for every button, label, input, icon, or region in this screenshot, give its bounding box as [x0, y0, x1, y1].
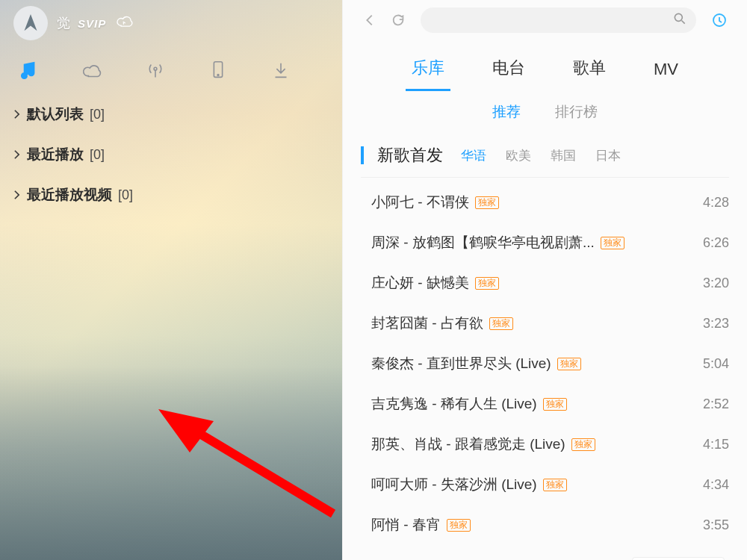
new-songs-section: 新歌首发 华语 欧美 韩国 日本 小阿七 - 不谓侠独家4:28周深 - 放鹤图…	[343, 137, 747, 560]
exclusive-badge: 独家	[571, 438, 595, 451]
chevron-right-icon	[13, 190, 22, 199]
song-duration: 4:34	[684, 477, 729, 493]
user-header: 觉 SVIP	[0, 0, 342, 45]
subtab-ranking[interactable]: 排行榜	[555, 102, 598, 122]
song-title: 秦俊杰 - 直到世界尽头 (Live)独家	[371, 354, 684, 373]
sidebar-item-count: [0]	[90, 147, 105, 163]
sidebar-item-count: [0]	[90, 107, 105, 122]
song-row[interactable]: 那英、肖战 - 跟着感觉走 (Live)独家4:15	[361, 424, 729, 464]
song-title: 小阿七 - 不谓侠独家	[371, 193, 684, 212]
annotation-arrow	[146, 387, 341, 521]
cloud-icon[interactable]	[79, 57, 106, 84]
tab-library[interactable]: 乐库	[409, 49, 447, 91]
sidebar-item-default[interactable]: 默认列表 [0]	[0, 94, 342, 134]
sidebar-item-label: 最近播放	[27, 145, 84, 164]
song-duration: 4:28	[684, 195, 729, 211]
chevron-right-icon	[13, 110, 22, 119]
filter-japanese[interactable]: 日本	[595, 147, 621, 164]
song-title: 庄心妍 - 缺憾美独家	[371, 273, 684, 293]
song-duration: 5:04	[684, 356, 729, 372]
music-icon[interactable]	[16, 57, 43, 84]
exclusive-badge: 独家	[557, 358, 581, 370]
tab-radio[interactable]: 电台	[489, 49, 528, 91]
toolbar	[343, 0, 747, 40]
back-icon[interactable]	[359, 10, 380, 31]
download-icon[interactable]	[267, 57, 294, 84]
exclusive-badge: 独家	[543, 479, 567, 491]
user-name[interactable]: 觉	[57, 14, 70, 32]
song-duration: 3:23	[684, 316, 729, 332]
exclusive-badge: 独家	[475, 277, 499, 290]
song-title: 呵呵大师 - 失落沙洲 (Live)独家	[371, 475, 684, 494]
song-duration: 3:20	[684, 276, 729, 291]
song-row[interactable]: 庄心妍 - 缺憾美独家3:20	[361, 263, 729, 303]
svg-line-3	[184, 424, 333, 514]
song-duration: 6:26	[684, 235, 729, 251]
pager: 1/3 全部播放	[361, 545, 729, 560]
svg-point-0	[154, 67, 157, 70]
sidebar-item-label: 默认列表	[27, 105, 84, 124]
song-row[interactable]: 吉克隽逸 - 稀有人生 (Live)独家2:52	[361, 384, 729, 424]
song-title: 那英、肖战 - 跟着感觉走 (Live)独家	[371, 435, 684, 454]
filter-western[interactable]: 欧美	[506, 147, 531, 164]
song-list: 小阿七 - 不谓侠独家4:28周深 - 放鹤图【鹤唳华亭电视剧萧...独家6:2…	[361, 178, 729, 545]
sidebar-item-label: 最近播放视频	[27, 185, 112, 205]
song-duration: 3:55	[684, 517, 729, 533]
song-row[interactable]: 周深 - 放鹤图【鹤唳华亭电视剧萧...独家6:26	[361, 223, 729, 263]
chevron-right-icon	[13, 150, 22, 159]
exclusive-badge: 独家	[543, 398, 567, 411]
sidebar-item-recent[interactable]: 最近播放 [0]	[0, 134, 342, 175]
song-duration: 2:52	[684, 396, 729, 412]
phone-icon[interactable]	[205, 57, 232, 84]
svg-point-5	[675, 13, 682, 21]
song-row[interactable]: 呵呵大师 - 失落沙洲 (Live)独家4:34	[361, 464, 729, 505]
tab-playlist[interactable]: 歌单	[570, 49, 609, 91]
section-title: 新歌首发	[377, 144, 443, 167]
song-title: 吉克隽逸 - 稀有人生 (Live)独家	[371, 394, 684, 414]
svg-marker-4	[158, 409, 214, 452]
play-all-button[interactable]: 全部播放	[632, 557, 725, 560]
song-title: 阿悄 - 春宵独家	[371, 515, 684, 535]
section-filters: 华语 欧美 韩国 日本	[461, 147, 621, 164]
avatar[interactable]	[13, 6, 48, 40]
song-title: 封茗囧菌 - 占有欲独家	[371, 314, 684, 333]
sidebar-nav	[0, 45, 342, 91]
song-title: 周深 - 放鹤图【鹤唳华亭电视剧萧...独家	[371, 233, 684, 252]
exclusive-badge: 独家	[489, 317, 513, 330]
subtab-recommend[interactable]: 推荐	[492, 102, 521, 122]
exclusive-badge: 独家	[601, 237, 624, 249]
exclusive-badge: 独家	[447, 519, 471, 532]
filter-korean[interactable]: 韩国	[551, 147, 576, 164]
search-icon	[672, 11, 687, 29]
section-header: 新歌首发 华语 欧美 韩国 日本	[361, 137, 729, 178]
svip-badge: SVIP	[78, 17, 106, 30]
voice-search-icon[interactable]	[708, 9, 731, 31]
sidebar-item-count: [0]	[118, 187, 133, 203]
tab-mv[interactable]: MV	[651, 52, 681, 91]
refresh-icon[interactable]	[388, 10, 409, 31]
filter-chinese[interactable]: 华语	[461, 147, 486, 164]
song-row[interactable]: 秦俊杰 - 直到世界尽头 (Live)独家5:04	[361, 343, 729, 384]
song-duration: 4:15	[684, 437, 729, 452]
cloud-sync-icon[interactable]	[115, 13, 134, 33]
song-row[interactable]: 小阿七 - 不谓侠独家4:28	[361, 182, 729, 223]
search-input[interactable]	[421, 7, 696, 33]
exclusive-badge: 独家	[475, 196, 499, 209]
song-row[interactable]: 阿悄 - 春宵独家3:55	[361, 505, 729, 545]
playlist-section: 默认列表 [0] 最近播放 [0] 最近播放视频 [0]	[0, 91, 342, 218]
main-panel: 乐库 电台 歌单 MV 推荐 排行榜 新歌首发 华语 欧美 韩国 日本 小阿七 …	[342, 0, 747, 560]
svg-point-2	[217, 75, 219, 76]
radio-icon[interactable]	[142, 57, 169, 84]
top-tabs: 乐库 电台 歌单 MV	[343, 40, 747, 92]
song-row[interactable]: 封茗囧菌 - 占有欲独家3:23	[361, 303, 729, 343]
sidebar-item-recent-video[interactable]: 最近播放视频 [0]	[0, 175, 342, 215]
sidebar: 觉 SVIP 默认列表 [0] 最近播放 [0]	[0, 0, 342, 560]
section-accent-bar	[361, 146, 364, 164]
sub-tabs: 推荐 排行榜	[343, 92, 747, 137]
